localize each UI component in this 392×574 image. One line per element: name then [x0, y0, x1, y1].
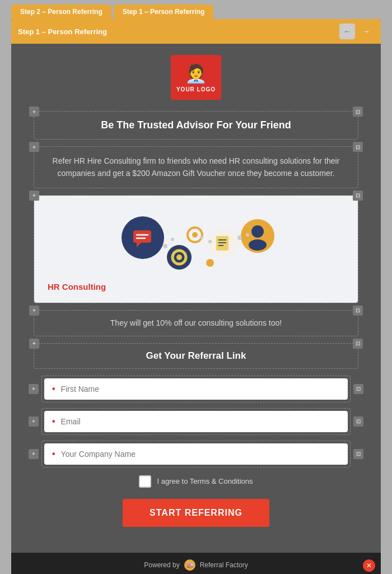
first-name-field-inner: •: [44, 378, 348, 400]
footer-logo-icon: 🏭: [184, 559, 195, 571]
image-block: HR Consulting: [34, 196, 358, 303]
svg-point-22: [208, 240, 212, 243]
desc-edit-btn-tr[interactable]: ⊡: [353, 142, 363, 152]
svg-point-9: [192, 232, 198, 238]
desc-edit-btn-tl[interactable]: +: [29, 142, 39, 152]
terms-checkbox[interactable]: [139, 475, 151, 488]
heading-edit-btn-tr[interactable]: ⊡: [353, 107, 363, 117]
tab-step1[interactable]: Step 1 – Person Referring: [114, 4, 214, 19]
footer-brand: Referral Factory: [200, 561, 248, 569]
main-container: Step 1 – Person Referring ← → 🧑‍💼 YOUR L…: [11, 19, 381, 574]
description-text: Refer HR Hire Consulting firm to friends…: [45, 155, 347, 180]
hr-consulting-label: HR Consulting: [48, 282, 106, 291]
referral-heading-block: + ⊡ Get Your Referral Link: [34, 343, 358, 369]
svg-point-17: [249, 239, 267, 251]
email-required: •: [52, 416, 55, 427]
email-edit-btn-tr[interactable]: ⊡: [353, 416, 363, 427]
first-name-field-row: + • ⊡: [34, 376, 358, 402]
small-text: They will get 10% off our consulting sol…: [45, 317, 347, 329]
logo-text: YOUR LOGO: [176, 86, 216, 92]
tab-bar: Step 2 – Person Referring Step 1 – Perso…: [0, 0, 392, 19]
logo-box: 🧑‍💼 YOUR LOGO: [171, 55, 221, 100]
svg-point-19: [163, 244, 167, 248]
small-text-edit-btn-tr[interactable]: ⊡: [353, 305, 363, 316]
svg-point-18: [206, 259, 214, 267]
description-block: + ⊡ Refer HR Hire Consulting firm to fri…: [34, 146, 358, 188]
svg-point-23: [237, 235, 242, 240]
email-field-row: + • ⊡: [34, 408, 358, 435]
first-name-edit-btn-tl[interactable]: +: [29, 384, 39, 394]
next-button[interactable]: →: [358, 24, 374, 39]
company-edit-btn-tr[interactable]: ⊡: [353, 449, 363, 459]
nav-buttons: ← →: [339, 24, 374, 39]
first-name-edit-btn-tr[interactable]: ⊡: [353, 384, 363, 394]
image-edit-btn-tr[interactable]: ⊡: [353, 191, 363, 201]
heading-block: + ⊡ Be The Trusted Advisor For Your Frie…: [34, 111, 358, 140]
svg-point-20: [171, 238, 174, 241]
heading-text: Be The Trusted Advisor For Your Friend: [45, 119, 347, 131]
email-input[interactable]: [61, 417, 340, 426]
first-name-input[interactable]: [61, 385, 340, 394]
heading-edit-btn-tl[interactable]: +: [29, 107, 39, 117]
first-name-field-wrap: •: [41, 376, 351, 402]
small-text-block: + ⊡ They will get 10% off our consulting…: [34, 310, 358, 336]
cta-wrap: START REFERRING: [34, 499, 358, 527]
svg-point-7: [176, 254, 182, 260]
prev-button[interactable]: ←: [339, 24, 355, 39]
image-edit-btn-tl[interactable]: +: [29, 191, 39, 201]
referral-heading-edit-btn-tl[interactable]: +: [29, 339, 39, 349]
company-field-wrap: •: [41, 441, 351, 467]
footer-bar: Powered by 🏭 Referral Factory ✕: [11, 553, 381, 574]
terms-label: I agree to Terms & Conditions: [157, 477, 253, 485]
logo-wrap: 🧑‍💼 YOUR LOGO: [34, 55, 358, 100]
company-field-row: + • ⊡: [34, 441, 358, 467]
company-edit-btn-tl[interactable]: +: [29, 449, 39, 459]
small-text-edit-btn-tl[interactable]: +: [29, 305, 39, 316]
company-required: •: [52, 449, 55, 459]
header-bar: Step 1 – Person Referring ← →: [11, 19, 381, 44]
email-field-wrap: •: [41, 408, 351, 435]
svg-point-24: [246, 233, 249, 237]
company-name-input[interactable]: [61, 450, 340, 459]
start-referring-button[interactable]: START REFERRING: [123, 499, 269, 527]
email-field-inner: •: [44, 411, 348, 432]
checkbox-row: I agree to Terms & Conditions: [34, 475, 358, 488]
referral-heading-edit-btn-tr[interactable]: ⊡: [353, 339, 363, 349]
illustration: [48, 207, 344, 280]
tab-step2[interactable]: Step 2 – Person Referring: [11, 4, 111, 19]
svg-rect-1: [133, 230, 151, 243]
close-button[interactable]: ✕: [363, 559, 375, 572]
image-block-wrapper: + ⊡: [34, 195, 358, 303]
svg-point-21: [200, 236, 203, 239]
svg-point-16: [251, 225, 264, 238]
logo-icon: 🧑‍💼: [185, 63, 208, 84]
first-name-required: •: [52, 384, 55, 394]
content-area: 🧑‍💼 YOUR LOGO + ⊡ Be The Trusted Advisor…: [11, 44, 381, 553]
header-title: Step 1 – Person Referring: [18, 27, 107, 36]
email-edit-btn-tl[interactable]: +: [29, 416, 39, 427]
powered-by-text: Powered by: [144, 561, 179, 569]
referral-heading-text: Get Your Referral Link: [45, 350, 347, 362]
company-field-inner: •: [44, 443, 348, 465]
